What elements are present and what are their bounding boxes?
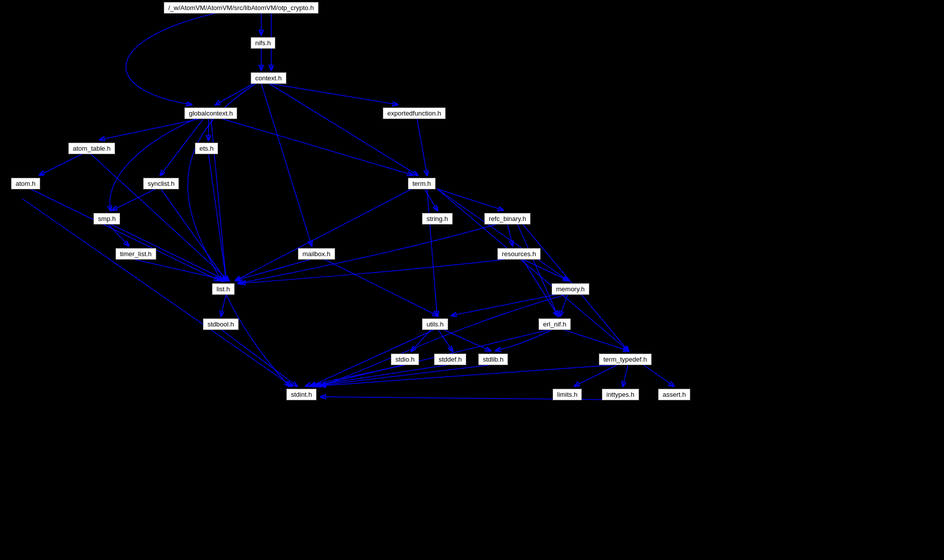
node-assert: assert.h: [658, 389, 690, 400]
node-resources: resources.h: [497, 248, 541, 260]
node-list: list.h: [212, 283, 235, 295]
node-context: context.h: [251, 72, 286, 84]
node-ets: ets.h: [195, 143, 218, 154]
node-stdint: stdint.h: [286, 389, 317, 400]
node-inttypes: inttypes.h: [602, 389, 639, 400]
node-mailbox: mailbox.h: [298, 248, 335, 260]
node-string: string.h: [422, 213, 453, 225]
node-atom-table: atom_table.h: [68, 143, 115, 154]
node-term-typedef: term_typedef.h: [599, 354, 652, 365]
node-root: /_w/AtomVM/AtomVM/src/libAtomVM/otp_cryp…: [164, 2, 319, 14]
node-term: term.h: [408, 178, 436, 189]
node-smp: smp.h: [93, 213, 120, 225]
node-stdlib: stdlib.h: [478, 354, 508, 365]
node-memory: memory.h: [552, 283, 589, 295]
node-erl-nif: erl_nif.h: [539, 318, 571, 330]
node-stdbool: stdbool.h: [203, 318, 239, 330]
node-exportedfunction: exportedfunction.h: [383, 107, 446, 119]
node-refc-binary: refc_binary.h: [484, 213, 531, 225]
node-limits: limits.h: [553, 389, 582, 400]
node-atom: atom.h: [11, 178, 40, 189]
node-globalcontext: globalcontext.h: [184, 107, 237, 119]
node-timer-list: timer_list.h: [116, 248, 156, 260]
node-synclist: synclist.h: [143, 178, 179, 189]
node-utils: utils.h: [422, 318, 448, 330]
node-stddef: stddef.h: [434, 354, 466, 365]
node-stdio: stdio.h: [391, 354, 419, 365]
node-nifs: nifs.h: [251, 37, 275, 49]
